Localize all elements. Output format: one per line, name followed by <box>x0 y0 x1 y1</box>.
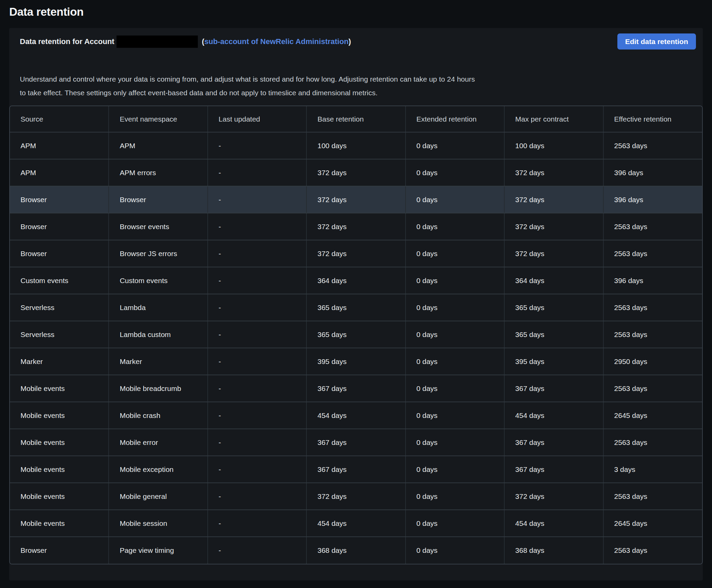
cell-base: 372 days <box>306 483 405 510</box>
table-row[interactable]: Mobile eventsMobile breadcrumb-367 days0… <box>10 375 702 402</box>
column-header-max-per-contract: Max per contract <box>504 106 603 132</box>
cell-effective: 2563 days <box>603 240 702 267</box>
table-header-row: Source Event namespace Last updated Base… <box>10 106 702 132</box>
cell-extended: 0 days <box>406 375 504 402</box>
cell-effective: 2563 days <box>603 375 702 402</box>
cell-source: Browser <box>10 213 109 240</box>
paren-close: ) <box>348 37 351 46</box>
table-row[interactable]: ServerlessLambda-365 days0 days365 days2… <box>10 294 702 321</box>
retention-table: Source Event namespace Last updated Base… <box>9 106 703 564</box>
cell-extended: 0 days <box>406 186 504 213</box>
table-row[interactable]: Custom eventsCustom events-364 days0 day… <box>10 267 702 294</box>
cell-last-updated: - <box>208 537 306 564</box>
cell-extended: 0 days <box>406 321 504 348</box>
description-text: Understand and control where your data i… <box>9 50 703 100</box>
table-row[interactable]: BrowserPage view timing-368 days0 days36… <box>10 537 702 564</box>
cell-max: 454 days <box>504 402 603 429</box>
cell-namespace: APM <box>109 132 207 159</box>
cell-namespace: Marker <box>109 348 207 375</box>
edit-data-retention-button[interactable]: Edit data retention <box>617 33 696 50</box>
cell-extended: 0 days <box>406 537 504 564</box>
column-header-last-updated: Last updated <box>208 106 306 132</box>
cell-source: APM <box>10 132 109 159</box>
cell-extended: 0 days <box>406 510 504 537</box>
cell-effective: 396 days <box>603 186 702 213</box>
cell-source: Mobile events <box>10 483 109 510</box>
cell-effective: 2563 days <box>603 294 702 321</box>
cell-extended: 0 days <box>406 159 504 186</box>
redacted-account-id <box>117 36 198 48</box>
table-row[interactable]: Mobile eventsMobile general-372 days0 da… <box>10 483 702 510</box>
cell-namespace: Browser <box>109 186 207 213</box>
cell-extended: 0 days <box>406 348 504 375</box>
data-retention-panel: Data retention for Account (sub-account … <box>9 28 703 580</box>
column-header-base-retention: Base retention <box>306 106 405 132</box>
column-header-effective-retention: Effective retention <box>603 106 702 132</box>
table-row[interactable]: Mobile eventsMobile crash-454 days0 days… <box>10 402 702 429</box>
cell-namespace: APM errors <box>109 159 207 186</box>
cell-base: 454 days <box>306 510 405 537</box>
cell-last-updated: - <box>208 213 306 240</box>
cell-extended: 0 days <box>406 456 504 483</box>
cell-last-updated: - <box>208 186 306 213</box>
cell-source: APM <box>10 159 109 186</box>
cell-base: 454 days <box>306 402 405 429</box>
table-row[interactable]: BrowserBrowser JS errors-372 days0 days3… <box>10 240 702 267</box>
cell-namespace: Mobile exception <box>109 456 207 483</box>
cell-base: 372 days <box>306 186 405 213</box>
table-row[interactable]: ServerlessLambda custom-365 days0 days36… <box>10 321 702 348</box>
cell-last-updated: - <box>208 402 306 429</box>
cell-max: 367 days <box>504 456 603 483</box>
description-line-2: to take effect. These settings only affe… <box>20 86 692 100</box>
retention-table-body: APMAPM-100 days0 days100 days2563 daysAP… <box>10 132 702 564</box>
table-row[interactable]: APMAPM errors-372 days0 days372 days396 … <box>10 159 702 186</box>
cell-effective: 2950 days <box>603 348 702 375</box>
cell-max: 367 days <box>504 375 603 402</box>
cell-base: 372 days <box>306 159 405 186</box>
page-title: Data retention <box>0 0 712 19</box>
cell-base: 368 days <box>306 537 405 564</box>
cell-effective: 2563 days <box>603 213 702 240</box>
cell-last-updated: - <box>208 510 306 537</box>
cell-source: Serverless <box>10 294 109 321</box>
cell-last-updated: - <box>208 132 306 159</box>
table-row[interactable]: MarkerMarker-395 days0 days395 days2950 … <box>10 348 702 375</box>
cell-namespace: Browser events <box>109 213 207 240</box>
cell-extended: 0 days <box>406 132 504 159</box>
table-row[interactable]: Mobile eventsMobile error-367 days0 days… <box>10 429 702 456</box>
cell-base: 365 days <box>306 321 405 348</box>
table-row[interactable]: Mobile eventsMobile exception-367 days0 … <box>10 456 702 483</box>
cell-base: 367 days <box>306 375 405 402</box>
cell-base: 365 days <box>306 294 405 321</box>
table-row[interactable]: BrowserBrowser events-372 days0 days372 … <box>10 213 702 240</box>
cell-extended: 0 days <box>406 267 504 294</box>
table-row[interactable]: BrowserBrowser-372 days0 days372 days396… <box>10 186 702 213</box>
cell-namespace: Lambda custom <box>109 321 207 348</box>
cell-effective: 2563 days <box>603 483 702 510</box>
cell-source: Mobile events <box>10 456 109 483</box>
cell-namespace: Custom events <box>109 267 207 294</box>
cell-last-updated: - <box>208 159 306 186</box>
column-header-source: Source <box>10 106 109 132</box>
cell-namespace: Mobile breadcrumb <box>109 375 207 402</box>
account-heading-prefix: Data retention for Account <box>20 37 114 46</box>
cell-effective: 2645 days <box>603 510 702 537</box>
cell-effective: 2563 days <box>603 429 702 456</box>
cell-effective: 396 days <box>603 159 702 186</box>
cell-max: 367 days <box>504 429 603 456</box>
sub-account-link[interactable]: sub-account of NewRelic Administration <box>204 37 348 46</box>
cell-extended: 0 days <box>406 240 504 267</box>
cell-max: 364 days <box>504 267 603 294</box>
cell-source: Browser <box>10 240 109 267</box>
cell-max: 372 days <box>504 159 603 186</box>
cell-max: 372 days <box>504 240 603 267</box>
cell-max: 372 days <box>504 186 603 213</box>
cell-namespace: Page view timing <box>109 537 207 564</box>
cell-source: Serverless <box>10 321 109 348</box>
cell-base: 100 days <box>306 132 405 159</box>
cell-namespace: Mobile error <box>109 429 207 456</box>
table-row[interactable]: Mobile eventsMobile session-454 days0 da… <box>10 510 702 537</box>
table-row[interactable]: APMAPM-100 days0 days100 days2563 days <box>10 132 702 159</box>
cell-effective: 2563 days <box>603 537 702 564</box>
cell-source: Mobile events <box>10 510 109 537</box>
